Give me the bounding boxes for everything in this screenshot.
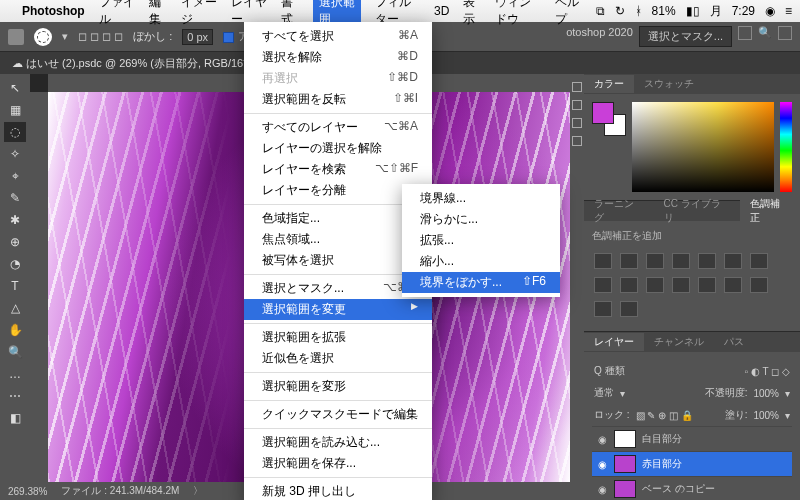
adj-photo-icon[interactable] xyxy=(620,277,638,293)
tool-15[interactable]: ◧ xyxy=(4,408,26,428)
bluetooth-icon[interactable]: ᚼ xyxy=(635,4,642,18)
adj-mixer-icon[interactable] xyxy=(646,277,664,293)
tool-5[interactable]: ✎ xyxy=(4,188,26,208)
menu-3d[interactable]: 3D xyxy=(434,4,449,18)
menu-view[interactable]: 表示 xyxy=(463,0,481,28)
layer-thumb[interactable] xyxy=(614,480,636,498)
workspace-icon[interactable] xyxy=(738,26,752,40)
tab-layers[interactable]: レイヤー xyxy=(584,333,644,351)
menu-item[interactable]: 近似色を選択 xyxy=(244,348,432,369)
menu-item[interactable]: 選択範囲を拡張 xyxy=(244,327,432,348)
tab-learn[interactable]: ラーニング xyxy=(584,195,654,227)
marquee-tool-icon[interactable] xyxy=(34,28,52,46)
adj-thresh-icon[interactable] xyxy=(750,277,768,293)
app-name[interactable]: Photoshop xyxy=(22,4,85,18)
char-icon[interactable] xyxy=(572,118,582,128)
layer-thumb[interactable] xyxy=(614,455,636,473)
tool-0[interactable]: ↖ xyxy=(4,78,26,98)
collapsed-panel-strip[interactable] xyxy=(570,74,584,482)
tab-adjust[interactable]: 色調補正 xyxy=(740,195,800,227)
adj-selcolor-icon[interactable] xyxy=(620,301,638,317)
feather-field[interactable]: 0 px xyxy=(182,29,213,45)
layer-row[interactable]: ◉赤目部分 xyxy=(592,451,792,476)
share-icon[interactable] xyxy=(778,26,792,40)
layer-thumb[interactable] xyxy=(614,430,636,448)
battery-icon[interactable]: ▮▯ xyxy=(686,4,700,18)
tool-8[interactable]: ◔ xyxy=(4,254,26,274)
layer-row[interactable]: ◉白目部分 xyxy=(592,426,792,451)
adj-exposure-icon[interactable] xyxy=(672,253,690,269)
search-icon[interactable]: 🔍 xyxy=(758,26,772,47)
visibility-icon[interactable]: ◉ xyxy=(596,484,608,495)
notif-icon[interactable]: ≡ xyxy=(785,4,792,18)
tab-cclib[interactable]: CC ライブラリ xyxy=(654,195,741,227)
history-icon[interactable] xyxy=(572,82,582,92)
fg-bg-swatch[interactable] xyxy=(592,102,626,136)
para-icon[interactable] xyxy=(572,136,582,146)
fill-value[interactable]: 100% xyxy=(753,410,779,421)
tab-paths[interactable]: パス xyxy=(714,333,754,351)
menu-image[interactable]: イメージ xyxy=(181,0,217,28)
submenu-item[interactable]: 境界線... xyxy=(402,188,560,209)
adj-curves-icon[interactable] xyxy=(646,253,664,269)
tab-swatches[interactable]: スウォッチ xyxy=(634,75,704,93)
tab-channels[interactable]: チャンネル xyxy=(644,333,714,351)
tool-10[interactable]: △ xyxy=(4,298,26,318)
adj-bw-icon[interactable] xyxy=(594,277,612,293)
adj-gradmap-icon[interactable] xyxy=(594,301,612,317)
tool-11[interactable]: ✋ xyxy=(4,320,26,340)
sync-icon[interactable]: ↻ xyxy=(615,4,625,18)
menu-item[interactable]: 選択範囲を変更 xyxy=(244,299,432,320)
wifi-icon[interactable]: ⧉ xyxy=(596,4,605,18)
visibility-icon[interactable]: ◉ xyxy=(596,459,608,470)
menu-help[interactable]: ヘルプ xyxy=(555,0,582,28)
status-chevron-icon[interactable]: 〉 xyxy=(193,484,203,498)
tool-9[interactable]: T xyxy=(4,276,26,296)
adj-brightness-icon[interactable] xyxy=(594,253,612,269)
tool-2[interactable]: ◌ xyxy=(4,122,26,142)
menu-item[interactable]: 選択範囲を変形 xyxy=(244,376,432,397)
tool-7[interactable]: ⊕ xyxy=(4,232,26,252)
blend-mode[interactable]: 通常 xyxy=(594,386,614,400)
layer-row[interactable]: ◉ベース のコピー xyxy=(592,476,792,500)
menu-item[interactable]: すべてを選択⌘A xyxy=(244,26,432,47)
tool-14[interactable]: ⋯ xyxy=(4,386,26,406)
adj-invert-icon[interactable] xyxy=(698,277,716,293)
adj-levels-icon[interactable] xyxy=(620,253,638,269)
visibility-icon[interactable]: ◉ xyxy=(596,434,608,445)
menu-item[interactable]: 選択範囲を反転⇧⌘I xyxy=(244,89,432,110)
menu-item[interactable]: 選択範囲を保存... xyxy=(244,453,432,474)
siri-icon[interactable]: ◉ xyxy=(765,4,775,18)
menu-item[interactable]: すべてのレイヤー⌥⌘A xyxy=(244,117,432,138)
zoom-level[interactable]: 269.38% xyxy=(8,486,47,497)
menu-window[interactable]: ウィンドウ xyxy=(495,0,540,28)
properties-icon[interactable] xyxy=(572,100,582,110)
lock-icons[interactable]: ▧ ✎ ⊕ ◫ 🔒 xyxy=(636,410,693,421)
tool-1[interactable]: ▦ xyxy=(4,100,26,120)
opacity-value[interactable]: 100% xyxy=(753,388,779,399)
menu-item[interactable]: 選択範囲を読み込む... xyxy=(244,432,432,453)
submenu-item[interactable]: 拡張... xyxy=(402,230,560,251)
select-and-mask-button[interactable]: 選択とマスク... xyxy=(639,26,732,47)
adj-lookup-icon[interactable] xyxy=(672,277,690,293)
color-spectrum[interactable] xyxy=(632,102,774,192)
layer-filter[interactable]: Q 種類 xyxy=(594,364,625,378)
submenu-item[interactable]: 縮小... xyxy=(402,251,560,272)
tool-13[interactable]: … xyxy=(4,364,26,384)
adj-hue-icon[interactable] xyxy=(724,253,742,269)
tool-3[interactable]: ✧ xyxy=(4,144,26,164)
document-tab[interactable]: はいせ (2).psdc @ 269% (赤目部分, RGB/16*) * xyxy=(26,56,258,71)
tool-4[interactable]: ⌖ xyxy=(4,166,26,186)
home-icon[interactable] xyxy=(8,29,24,45)
adj-poster-icon[interactable] xyxy=(724,277,742,293)
tab-color[interactable]: カラー xyxy=(584,75,634,93)
menu-file[interactable]: ファイル xyxy=(99,0,135,28)
menu-item[interactable]: 新規 3D 押し出し xyxy=(244,481,432,500)
ruler-vertical[interactable] xyxy=(30,92,48,482)
menu-item[interactable]: レイヤーを検索⌥⇧⌘F xyxy=(244,159,432,180)
hue-slider[interactable] xyxy=(780,102,792,192)
menu-item[interactable]: レイヤーの選択を解除 xyxy=(244,138,432,159)
tool-12[interactable]: 🔍 xyxy=(4,342,26,362)
adj-vibrance-icon[interactable] xyxy=(698,253,716,269)
tool-6[interactable]: ✱ xyxy=(4,210,26,230)
